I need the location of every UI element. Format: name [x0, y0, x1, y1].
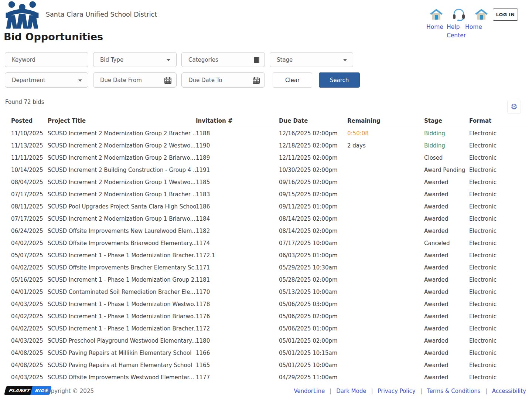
- table-row[interactable]: 07/17/2025SCUSD Increment 2 Modernizatio…: [5, 188, 527, 200]
- table-row[interactable]: 06/24/2025SCUSD Offsite Improvements New…: [5, 225, 527, 237]
- chevron-down-icon: [167, 59, 170, 61]
- cell-title: SCUSD Increment 2 Modernization Group 2 …: [48, 130, 196, 137]
- cell-stage: Awarded: [424, 252, 469, 259]
- footer-link-accessibility[interactable]: Accessibility: [492, 388, 526, 394]
- nav-home-2-label[interactable]: Home: [465, 23, 482, 31]
- cell-posted: 08/04/2025: [11, 179, 48, 186]
- keyword-field[interactable]: [5, 52, 88, 67]
- cell-due: 05/01/2025 10:15am: [279, 350, 347, 356]
- headset-icon: [452, 8, 466, 21]
- table-row[interactable]: 10/14/2025SCUSD Increment 2 Building Con…: [5, 164, 527, 176]
- table-row[interactable]: 05/16/2025SCUSD Increment 1 - Phase 1 Mo…: [5, 274, 527, 286]
- keyword-input[interactable]: [12, 57, 81, 63]
- footer-link-vendorline[interactable]: VendorLine: [294, 388, 325, 394]
- cell-stage: Award Pending: [424, 167, 469, 173]
- table-row[interactable]: 04/02/2025SCUSD Offsite Improvements Bra…: [5, 261, 527, 274]
- cell-format: Electronic: [469, 325, 527, 332]
- table-row[interactable]: 04/08/2025SCUSD Paving Repairs at Haman …: [5, 359, 527, 371]
- table-row[interactable]: 04/03/2025SCUSD Offsite Improvements Wes…: [5, 371, 527, 383]
- cell-format: Electronic: [469, 142, 527, 149]
- table-row[interactable]: 04/02/2025SCUSD Offsite Improvements Bri…: [5, 237, 527, 249]
- due-date-to-field[interactable]: Due Date To: [181, 72, 265, 88]
- stage-dropdown[interactable]: Stage: [270, 52, 353, 67]
- cell-remaining: 0:50:08: [347, 130, 424, 137]
- bid-type-dropdown[interactable]: Bid Type: [93, 52, 177, 67]
- filter-row-1: Bid Type Categories Stage: [5, 52, 527, 67]
- cell-invitation: 1182: [196, 228, 279, 234]
- cell-title: SCUSD Increment 2 Building Construction …: [48, 167, 196, 173]
- table-row[interactable]: 11/13/2025SCUSD Increment 2 Modernizatio…: [5, 139, 527, 152]
- table-body: 11/10/2025SCUSD Increment 2 Modernizatio…: [5, 127, 527, 383]
- cell-posted: 08/11/2025: [11, 203, 48, 210]
- column-header-format[interactable]: Format: [469, 118, 527, 124]
- gear-icon: ⚙: [511, 102, 518, 111]
- filter-row-2: Department Due Date From Due Date To: [5, 72, 527, 88]
- cell-due: 05/28/2025 02:00pm: [279, 276, 347, 283]
- nav-home-1[interactable]: [429, 8, 444, 21]
- cell-posted: 04/02/2025: [11, 240, 48, 247]
- cell-stage: Awarded: [424, 301, 469, 308]
- column-header-remaining[interactable]: Remaining: [347, 118, 424, 124]
- cell-due: 12/16/2025 02:00pm: [279, 130, 347, 137]
- cell-title: SCUSD Preschool Playground Westwood Elem…: [48, 337, 196, 344]
- footer-link-dark-mode[interactable]: Dark Mode: [336, 388, 366, 394]
- clear-button[interactable]: Clear: [273, 72, 312, 88]
- nav-home-1-label[interactable]: Home: [426, 23, 443, 31]
- column-header-posted[interactable]: Posted: [11, 118, 48, 124]
- cell-invitation: 1172.1: [196, 252, 279, 259]
- cell-invitation: 1178: [196, 301, 279, 308]
- table-row[interactable]: 11/11/2025SCUSD Increment 2 Modernizatio…: [5, 152, 527, 164]
- cell-invitation: 1165: [196, 362, 279, 369]
- table-row[interactable]: 11/10/2025SCUSD Increment 2 Modernizatio…: [5, 127, 527, 139]
- table-row[interactable]: 04/08/2025SCUSD Paving Repairs at Millik…: [5, 347, 527, 359]
- cell-invitation: 1176: [196, 313, 279, 320]
- cell-format: Electronic: [469, 240, 527, 247]
- due-date-from-field[interactable]: Due Date From: [93, 72, 177, 88]
- table-row[interactable]: 07/17/2025SCUSD Increment 2 Modernizatio…: [5, 213, 527, 225]
- cell-posted: 06/24/2025: [11, 228, 48, 234]
- cell-invitation: 1186: [196, 203, 279, 210]
- cell-format: Electronic: [469, 264, 527, 271]
- cell-posted: 05/07/2025: [11, 252, 48, 259]
- column-header-invitation[interactable]: Invitation #: [196, 118, 279, 124]
- categories-field[interactable]: Categories: [181, 52, 265, 67]
- department-dropdown[interactable]: Department: [5, 72, 88, 88]
- cell-format: Electronic: [469, 350, 527, 356]
- login-button[interactable]: LOG IN: [493, 9, 518, 21]
- cell-format: Electronic: [469, 203, 527, 210]
- table-row[interactable]: 04/02/2025SCUSD Increment 1 - Phase 1 Mo…: [5, 310, 527, 322]
- table-row[interactable]: 04/02/2025SCUSD Increment 1 - Phase 1 Mo…: [5, 322, 527, 335]
- search-button[interactable]: Search: [319, 72, 360, 88]
- table-settings-button[interactable]: ⚙: [507, 100, 521, 114]
- footer-links: VendorLine|Dark Mode|Privacy Policy|Term…: [294, 388, 526, 394]
- cell-format: Electronic: [469, 313, 527, 320]
- chevron-down-icon: [78, 79, 82, 82]
- cell-posted: 04/03/2025: [11, 337, 48, 344]
- cell-due: 05/13/2025 10:00am: [279, 289, 347, 295]
- column-header-stage[interactable]: Stage: [424, 118, 469, 124]
- nav-help-center[interactable]: [451, 8, 466, 21]
- footer-link-terms-conditions[interactable]: Terms & Conditions: [427, 388, 481, 394]
- cell-title: SCUSD Offsite Improvements Briarwood Ele…: [48, 240, 196, 247]
- header: Santa Clara Unified School District Bid …: [0, 0, 532, 46]
- nav-home-2[interactable]: [474, 8, 489, 21]
- district-logo: [5, 0, 39, 30]
- table-row[interactable]: 04/03/2025SCUSD Preschool Playground Wes…: [5, 335, 527, 347]
- planetbids-logo-planet: PLANET: [4, 386, 33, 395]
- table-row[interactable]: 04/03/2025SCUSD Increment 1 - Phase 1 Mo…: [5, 298, 527, 310]
- cell-posted: 04/02/2025: [11, 264, 48, 271]
- footer-link-privacy-policy[interactable]: Privacy Policy: [378, 388, 416, 394]
- footer-link-separator: |: [330, 388, 331, 394]
- table-row[interactable]: 05/07/2025SCUSD Increment 1 - Phase 1 Mo…: [5, 249, 527, 261]
- cell-format: Electronic: [469, 130, 527, 137]
- due-date-from-label: Due Date From: [100, 77, 142, 84]
- table-row[interactable]: 08/11/2025SCUSD Pool Upgrades Project Sa…: [5, 200, 527, 213]
- column-header-project-title[interactable]: Project Title: [48, 118, 196, 124]
- cell-stage: Awarded: [424, 289, 469, 295]
- column-header-due-date[interactable]: Due Date: [279, 118, 347, 124]
- cell-title: SCUSD Increment 2 Modernization Group 2 …: [48, 142, 196, 149]
- cell-due: 12/18/2025 02:00pm: [279, 142, 347, 149]
- nav-help-center-label[interactable]: Help Center: [447, 23, 467, 40]
- table-row[interactable]: 08/04/2025SCUSD Increment 2 Modernizatio…: [5, 176, 527, 188]
- table-row[interactable]: 04/01/2025SCUSD Contaminated Soil Remedi…: [5, 286, 527, 298]
